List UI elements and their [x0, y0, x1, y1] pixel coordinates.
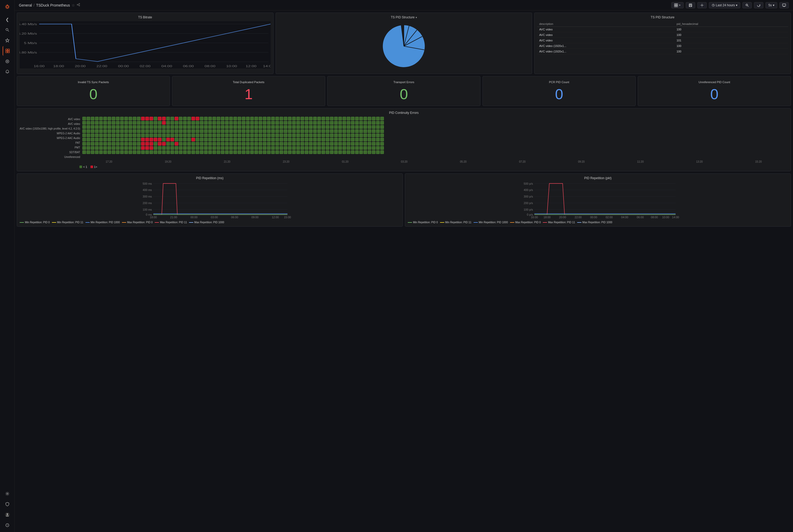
- sidebar-starred-btn[interactable]: [3, 36, 12, 45]
- legend-color: [52, 222, 56, 223]
- pie-panel-chevron-icon[interactable]: ▾: [415, 16, 417, 19]
- heatmap-cell: [246, 125, 250, 129]
- heatmap-cell: [191, 142, 195, 146]
- heatmap-cell: [217, 121, 220, 125]
- heatmap-cell: [116, 138, 120, 141]
- heatmap-cell: [355, 125, 359, 129]
- heatmap-cell: [208, 129, 212, 133]
- heatmap-cell: [338, 121, 342, 125]
- timerange-chevron: ▾: [736, 3, 737, 7]
- heatmap-cell: [229, 129, 233, 133]
- sidebar-profile-btn[interactable]: [3, 510, 12, 519]
- svg-text:200 ms: 200 ms: [143, 202, 152, 205]
- heatmap-cell: [288, 134, 292, 137]
- heatmap-cell: [120, 125, 124, 129]
- heatmap-cell: [86, 117, 90, 120]
- heatmap-xaxis-label: 05:20: [460, 160, 466, 163]
- timerange-btn[interactable]: Last 24 hours ▾: [709, 2, 740, 8]
- heatmap-cell: [95, 121, 99, 125]
- heatmap-cell: [91, 150, 94, 154]
- heatmap-cell: [208, 125, 212, 129]
- sidebar-search-btn[interactable]: [3, 25, 12, 35]
- table-row: AVC video101: [537, 38, 788, 43]
- sidebar-help-btn[interactable]: ?: [3, 520, 12, 530]
- heatmap-cell: [91, 125, 94, 129]
- sidebar: ❮ ?: [0, 0, 15, 532]
- heatmap-cell: [175, 150, 178, 154]
- share-icon[interactable]: [77, 3, 80, 7]
- heatmap-cell: [301, 138, 304, 141]
- heatmap-cell: [133, 146, 136, 150]
- heatmap-cell: [258, 142, 262, 146]
- heatmap-cell: [338, 146, 342, 150]
- heatmap-cell: [351, 117, 354, 120]
- heatmap-cell: [343, 142, 346, 146]
- zoom-out-btn[interactable]: [742, 2, 752, 8]
- heatmap-cell: [271, 121, 275, 125]
- sidebar-alerting-btn[interactable]: [3, 67, 12, 77]
- svg-rect-37: [782, 4, 786, 6]
- svg-point-15: [6, 513, 8, 515]
- heatmap-cell: [99, 117, 103, 120]
- heatmap-cell: [124, 146, 128, 150]
- heatmap-cell: [330, 150, 333, 154]
- heatmap-cell: [355, 117, 359, 120]
- heatmap-cell: [133, 129, 136, 133]
- heatmap-cell: [267, 121, 271, 125]
- heatmap-cell: [141, 142, 145, 146]
- add-panel-btn[interactable]: +: [671, 2, 684, 8]
- pid-continuity-panel: PID Continuity Errors AVC videoAVC video…: [17, 108, 791, 171]
- settings-btn[interactable]: [697, 2, 707, 8]
- heatmap-cell: [95, 142, 99, 146]
- heatmap-cell: [187, 138, 191, 141]
- svg-text:00:00: 00:00: [190, 216, 197, 219]
- star-icon[interactable]: ☆: [72, 3, 75, 7]
- stat-value: 0: [641, 87, 788, 101]
- heatmap-cell: [108, 142, 111, 146]
- heatmap-cell: [258, 134, 262, 137]
- sidebar-settings-btn[interactable]: [3, 489, 12, 498]
- heatmap-cell: [191, 125, 195, 129]
- heatmap-cell: [309, 134, 313, 137]
- heatmap-cell: [326, 129, 329, 133]
- heatmap-cell: [183, 134, 187, 137]
- heatmap-cell: [95, 125, 99, 129]
- heatmap-cell: [145, 129, 149, 133]
- heatmap-cell: [112, 121, 115, 125]
- legend-green: < 1: [79, 165, 87, 168]
- heatmap-cell: [196, 125, 199, 129]
- heatmap-cell: [317, 134, 321, 137]
- heatmap-cell: [137, 117, 140, 120]
- legend-text: Min Repetition: PID 1000: [479, 221, 508, 224]
- sidebar-collapse-btn[interactable]: ❮: [3, 15, 12, 24]
- display-btn[interactable]: [779, 2, 789, 8]
- heatmap-cell: [368, 121, 371, 125]
- heatmap-cell: [99, 142, 103, 146]
- heatmap-cell: [351, 138, 354, 141]
- heatmap-cell: [150, 138, 153, 141]
- heatmap-cell: [263, 121, 267, 125]
- heatmap-cell: [116, 125, 120, 129]
- heatmap-cell: [372, 121, 375, 125]
- heatmap-cell: [258, 150, 262, 154]
- heatmap-cell: [225, 146, 229, 150]
- refresh-interval-btn[interactable]: 5s ▾: [766, 2, 777, 8]
- sidebar-explore-btn[interactable]: [3, 57, 12, 66]
- heatmap-cell: [217, 125, 220, 129]
- heatmap-cell: [158, 125, 161, 129]
- heatmap-cell: [305, 150, 308, 154]
- heatmap-cell: [288, 146, 292, 150]
- refresh-btn[interactable]: [754, 2, 763, 8]
- heatmap-cell: [137, 134, 140, 137]
- sidebar-security-btn[interactable]: [3, 499, 12, 509]
- heatmap-cell: [250, 142, 254, 146]
- heatmap-cell: [271, 125, 275, 129]
- refresh-interval-label: 5s: [768, 3, 772, 7]
- heatmap-cell: [372, 117, 375, 120]
- heatmap-cell: [267, 146, 271, 150]
- sidebar-dashboards-btn[interactable]: [3, 46, 12, 56]
- heatmap-cell: [166, 125, 170, 129]
- heatmap-cell: [372, 146, 375, 150]
- heatmap-cell: [137, 142, 140, 146]
- save-btn[interactable]: [686, 2, 695, 8]
